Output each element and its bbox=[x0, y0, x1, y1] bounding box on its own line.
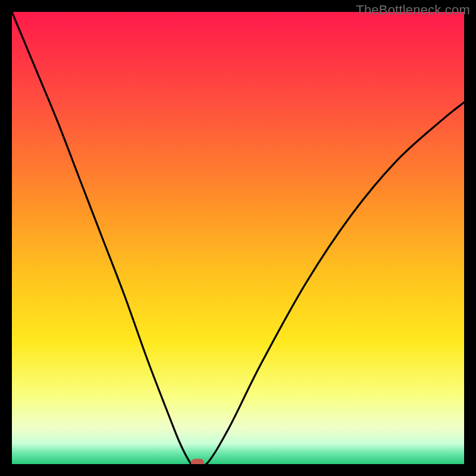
chart-frame: TheBottleneck.com bbox=[0, 0, 476, 476]
optimal-point-marker bbox=[191, 459, 204, 464]
plot-area bbox=[12, 12, 464, 464]
watermark-text: TheBottleneck.com bbox=[356, 2, 470, 18]
bottleneck-curve bbox=[12, 12, 464, 464]
